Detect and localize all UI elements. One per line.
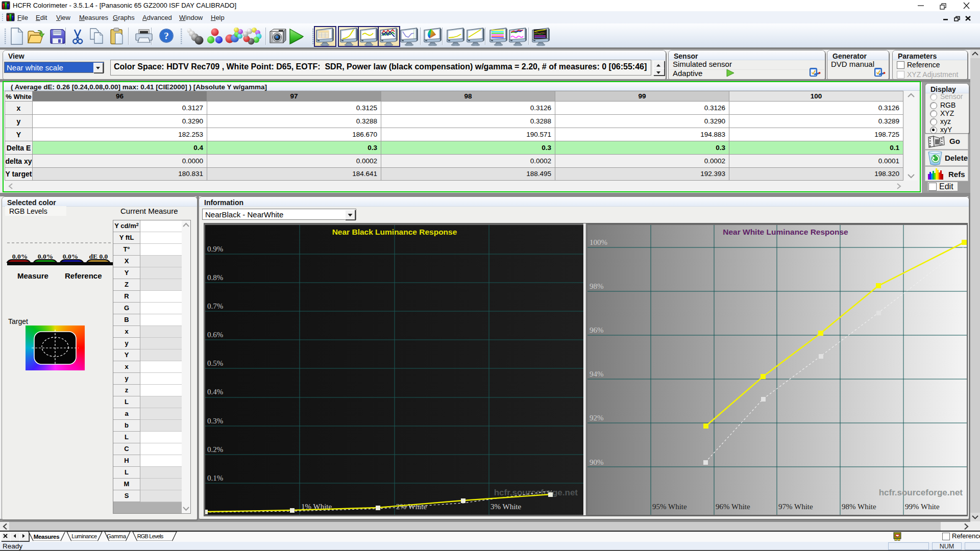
svg-text:0.0%: 0.0%: [38, 253, 53, 260]
svg-text:0.2%: 0.2%: [207, 445, 223, 454]
svg-text:0.0%: 0.0%: [12, 253, 28, 260]
svg-text:90%: 90%: [590, 458, 604, 466]
svg-text:98% White: 98% White: [842, 503, 876, 511]
svg-text:Measures: Measures: [34, 534, 60, 540]
svg-text:3% White: 3% White: [491, 503, 521, 511]
svg-text:0.5%: 0.5%: [207, 359, 223, 367]
svg-text:0.7%: 0.7%: [207, 302, 223, 310]
svg-text:RGB Levels: RGB Levels: [137, 533, 164, 539]
svg-text:0.9%: 0.9%: [207, 245, 223, 253]
svg-text:100%: 100%: [590, 238, 607, 246]
svg-text:0.8%: 0.8%: [207, 273, 223, 282]
svg-text:?: ?: [164, 31, 169, 41]
svg-text:dE 0.0: dE 0.0: [89, 253, 108, 260]
svg-text:99% White: 99% White: [905, 503, 940, 511]
svg-text:Near White Luminance Response: Near White Luminance Response: [723, 228, 848, 236]
svg-text:Near Black Luminance Response: Near Black Luminance Response: [332, 228, 457, 236]
svg-text:92%: 92%: [590, 414, 604, 422]
svg-text:97% White: 97% White: [778, 503, 813, 511]
svg-text:96%: 96%: [590, 326, 604, 334]
svg-text:0.4%: 0.4%: [207, 388, 223, 396]
svg-text:96% White: 96% White: [716, 503, 750, 511]
svg-text:hcfr.sourceforge.net: hcfr.sourceforge.net: [879, 488, 963, 497]
svg-text:94%: 94%: [590, 370, 604, 378]
svg-text:98%: 98%: [590, 282, 604, 290]
svg-text:95% White: 95% White: [652, 503, 687, 511]
svg-text:Luminance: Luminance: [71, 533, 97, 539]
svg-text:Gamma: Gamma: [107, 533, 127, 539]
svg-text:0.3%: 0.3%: [207, 417, 223, 425]
svg-text:0.6%: 0.6%: [207, 331, 223, 339]
svg-text:0.0%: 0.0%: [63, 253, 78, 260]
svg-text:0.1%: 0.1%: [207, 474, 223, 482]
